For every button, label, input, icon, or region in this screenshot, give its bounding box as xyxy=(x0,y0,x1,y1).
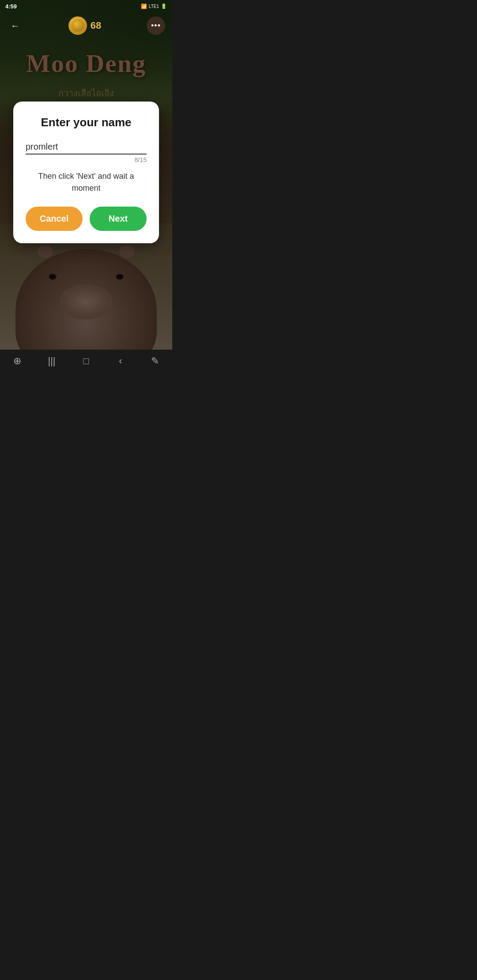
nav-back-icon[interactable]: ‹ xyxy=(111,351,130,371)
coin-inner xyxy=(71,19,84,32)
cancel-button[interactable]: Cancel xyxy=(26,207,83,231)
more-button[interactable]: ••• xyxy=(147,16,165,35)
battery-icon: 🔋 xyxy=(161,4,167,9)
char-count: 8/15 xyxy=(26,156,147,163)
nav-recent-icon[interactable]: ||| xyxy=(42,351,61,371)
nav-home-icon[interactable]: □ xyxy=(76,351,96,371)
nav-bar: ⊕ ||| □ ‹ ✎ xyxy=(0,350,172,373)
dialog-buttons: Cancel Next xyxy=(26,207,147,231)
status-bar: 4:59 📶 LTE1 🔋 xyxy=(0,0,172,12)
next-button[interactable]: Next xyxy=(90,207,147,231)
instruction-text: Then click 'Next' and wait a moment xyxy=(26,170,147,194)
name-input[interactable] xyxy=(26,140,147,155)
coin-count: 68 xyxy=(91,20,101,31)
status-time: 4:59 xyxy=(5,3,17,10)
signal-icon: LTE1 xyxy=(149,4,159,9)
coin-icon xyxy=(68,16,87,35)
coin-area: 68 xyxy=(68,16,101,35)
name-input-container xyxy=(26,140,147,155)
nav-accessibility-icon[interactable]: ⊕ xyxy=(8,351,27,371)
dialog-title: Enter your name xyxy=(26,116,147,129)
wifi-icon: 📶 xyxy=(141,4,147,9)
top-bar: ← 68 ••• xyxy=(0,12,172,39)
enter-name-dialog: Enter your name 8/15 Then click 'Next' a… xyxy=(13,102,159,243)
back-button[interactable]: ← xyxy=(7,18,23,34)
status-icons: 📶 LTE1 🔋 xyxy=(141,4,167,9)
nav-stylus-icon[interactable]: ✎ xyxy=(145,351,165,371)
